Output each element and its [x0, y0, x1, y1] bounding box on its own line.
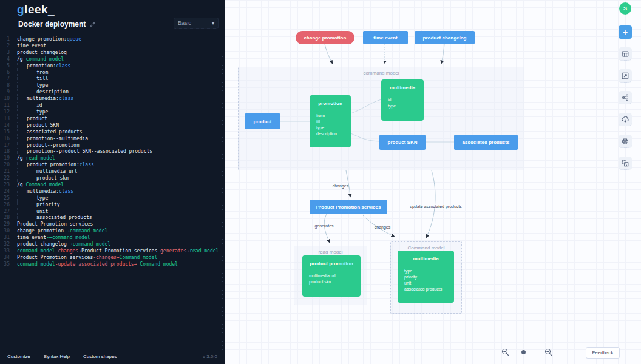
zoom-slider-knob[interactable]: [521, 350, 526, 354]
line-number: 34: [0, 255, 10, 261]
diagram-type-value: Basic: [178, 20, 191, 26]
line-number: 13: [0, 116, 10, 123]
node-attribute: product skn: [302, 279, 361, 285]
node-attribute: multimedia url: [302, 273, 361, 279]
line-number: 24: [0, 189, 10, 195]
logo-cursor: _: [48, 3, 55, 16]
diagram-node[interactable]: time event: [363, 31, 408, 44]
code-line[interactable]: 17product--promotion: [0, 143, 220, 149]
app-logo[interactable]: gleek_: [17, 3, 55, 16]
zoom-slider[interactable]: [513, 352, 541, 352]
line-number: 26: [0, 202, 10, 209]
code-line[interactable]: 20product promotion:class: [0, 162, 220, 169]
line-number: 35: [0, 261, 10, 268]
diagram-node[interactable]: change promotion: [296, 31, 354, 44]
cloud-download-icon[interactable]: [619, 113, 632, 126]
code-line[interactable]: 13product: [0, 116, 220, 123]
diagram-type-select[interactable]: Basic ▾: [174, 18, 219, 29]
node-attribute: associated products: [398, 286, 454, 292]
code-line[interactable]: 7till: [0, 76, 220, 83]
line-number: 21: [0, 169, 10, 175]
code-line[interactable]: 22product skn: [0, 175, 220, 182]
code-line[interactable]: 28associated products: [0, 215, 220, 221]
edge-label: update associated products: [410, 204, 462, 209]
syntax-help-button[interactable]: Syntax Help: [44, 354, 70, 359]
code-line[interactable]: 19/g read model: [0, 155, 220, 162]
custom-shapes-icon[interactable]: [619, 157, 632, 170]
code-line[interactable]: 29Product Promotion services: [0, 221, 220, 228]
code-line[interactable]: 3product changelog: [0, 50, 220, 56]
document-title-row: Docker deployment: [18, 20, 96, 29]
code-line[interactable]: 9description: [0, 89, 220, 96]
customize-button[interactable]: Customize: [7, 354, 30, 359]
export-image-icon[interactable]: [619, 69, 632, 83]
diagram-node[interactable]: multimediatypepriorityunitassociated pro…: [398, 251, 454, 303]
diagram-node[interactable]: product promotionmultimedia urlproduct s…: [302, 255, 361, 297]
line-number: 10: [0, 96, 10, 103]
line-number: 31: [0, 235, 10, 241]
code-line[interactable]: 33command model-changes→Product Promotio…: [0, 248, 220, 255]
code-line[interactable]: 14product SKN: [0, 123, 220, 129]
zoom-out-button[interactable]: [501, 348, 509, 356]
share-icon[interactable]: [619, 91, 632, 104]
node-attribute: id: [381, 97, 424, 103]
line-number: 25: [0, 195, 10, 202]
custom-shapes-button[interactable]: Custom shapes: [83, 354, 117, 359]
code-line[interactable]: 12type: [0, 109, 220, 116]
code-line[interactable]: 1change promotion:queue: [0, 36, 220, 43]
editor-panel: gleek_ Docker deployment Basic ▾ 1change…: [0, 0, 225, 364]
version-label: v 3.0.0: [203, 354, 217, 359]
code-line[interactable]: 30change promotion-→command model: [0, 228, 220, 235]
diagram-node[interactable]: Product Promotion services: [310, 200, 387, 214]
code-line[interactable]: 35command model-update associated produc…: [0, 261, 220, 268]
code-line[interactable]: 10multimedia:class: [0, 96, 220, 103]
line-number: 11: [0, 103, 10, 109]
code-line[interactable]: 34Product Promotion services-changes→Com…: [0, 255, 220, 261]
add-diagram-button[interactable]: +: [619, 25, 632, 39]
line-number: 1: [0, 36, 10, 43]
panel-footer: Customize Syntax Help Custom shapes v 3.…: [7, 354, 217, 359]
code-line[interactable]: 11id: [0, 103, 220, 109]
code-line[interactable]: 16promotion--multimedia: [0, 136, 220, 143]
edge-label: generates: [314, 224, 333, 228]
diagram-node[interactable]: product: [245, 113, 280, 129]
line-number: 14: [0, 123, 10, 129]
feedback-button[interactable]: Feedback: [586, 347, 620, 359]
page-title: Docker deployment: [18, 20, 86, 29]
code-line[interactable]: 31time event-→command model: [0, 235, 220, 241]
logo-rest: leek: [24, 3, 48, 16]
line-number: 8: [0, 83, 10, 89]
print-icon[interactable]: [619, 135, 632, 148]
app-root: gleek_ Docker deployment Basic ▾ 1change…: [0, 0, 641, 364]
code-line[interactable]: 5promotion:class: [0, 63, 220, 70]
right-toolbar: S +: [619, 2, 632, 170]
table-icon[interactable]: [619, 47, 632, 61]
code-line[interactable]: 23/g Command model: [0, 182, 220, 189]
code-line[interactable]: 18promotion--product SKN--associated pro…: [0, 149, 220, 155]
edit-title-button[interactable]: [90, 21, 96, 27]
node-title: multimedia: [381, 85, 424, 90]
code-line[interactable]: 24multimedia:class: [0, 189, 220, 195]
zoom-in-button[interactable]: [544, 348, 552, 356]
line-number: 17: [0, 143, 10, 149]
code-line[interactable]: 27unit: [0, 209, 220, 215]
diagram-node[interactable]: associated products: [454, 135, 518, 150]
diagram-node[interactable]: multimediaidtype: [381, 79, 424, 121]
line-number: 22: [0, 175, 10, 182]
code-line[interactable]: 15associated products: [0, 129, 220, 136]
code-line[interactable]: 21multimedia url: [0, 169, 220, 175]
avatar[interactable]: S: [619, 2, 631, 15]
code-line[interactable]: 32product changelog-→command model: [0, 241, 220, 248]
diagram-canvas[interactable]: command modelread modelCommand model cha…: [225, 0, 641, 364]
code-editor[interactable]: 1change promotion:queue2time event3produ…: [0, 36, 220, 268]
code-line[interactable]: 8type: [0, 83, 220, 89]
code-line[interactable]: 2time event: [0, 43, 220, 50]
code-line[interactable]: 25type: [0, 195, 220, 202]
diagram-node[interactable]: product SKN: [379, 135, 426, 150]
code-line[interactable]: 6from: [0, 70, 220, 76]
line-number: 5: [0, 63, 10, 70]
diagram-node[interactable]: promotionfromtilltypedescription: [310, 95, 351, 147]
code-line[interactable]: 26priority: [0, 202, 220, 209]
code-line[interactable]: 4/g command model: [0, 56, 220, 63]
diagram-node[interactable]: product changelog: [415, 31, 475, 44]
